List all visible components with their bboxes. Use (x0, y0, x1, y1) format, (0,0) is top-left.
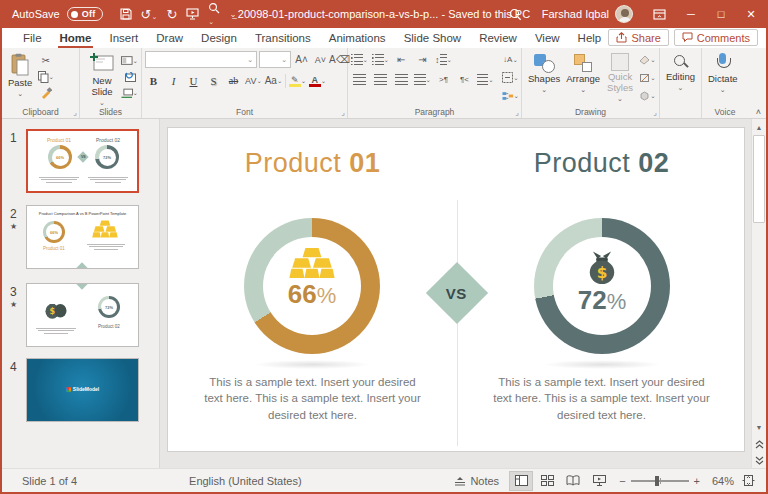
new-slide-button[interactable]: New Slide ⌄ (83, 51, 121, 109)
product-1-body-text[interactable]: This is a sample text. Insert your desir… (201, 374, 425, 423)
decrease-font-size-icon[interactable]: A˅ (312, 52, 329, 67)
ribbon-display-options-icon[interactable] (643, 0, 676, 28)
paste-button[interactable]: Paste ⌄ (5, 51, 35, 100)
convert-to-smartart-button[interactable]: ⌄ (502, 88, 519, 103)
zoom-slider[interactable] (631, 480, 689, 482)
align-right-icon[interactable] (393, 72, 410, 87)
tab-home[interactable]: Home (51, 28, 101, 48)
tab-view[interactable]: View (526, 28, 569, 48)
filename[interactable]: 20098-01-product-comparison-a-vs-b-p... (238, 8, 439, 20)
slide-canvas[interactable]: Product 01 (167, 127, 745, 452)
collapse-ribbon-icon[interactable]: ˄ (756, 107, 761, 117)
maximize-button[interactable]: □ (706, 0, 736, 28)
scroll-up-icon[interactable]: ▲ (752, 120, 766, 134)
scroll-down-icon[interactable]: ▼ (752, 420, 766, 434)
thumbnail-slide-3[interactable]: $ 72% Product 02 (26, 283, 139, 347)
italic-button[interactable]: I (165, 73, 182, 88)
product-2-body-text[interactable]: This is a sample text. Insert your desir… (490, 374, 714, 423)
vertical-scrollbar[interactable]: ▲ ▼ (751, 119, 766, 468)
quick-styles-button[interactable]: Quick Styles ⌄ (603, 51, 637, 105)
font-size-combobox[interactable]: ⌄ (259, 51, 291, 68)
rtl-text-direction-icon[interactable]: ¶< (456, 72, 473, 87)
product-1-donut-chart[interactable]: 66% (244, 218, 380, 354)
thumbnail-slide-4[interactable]: SlideModel (26, 358, 139, 422)
decrease-indent-icon[interactable]: ⇤ (393, 52, 410, 67)
text-shadow-button[interactable]: S (205, 73, 222, 88)
columns-button[interactable]: ⌄ (477, 72, 494, 87)
start-slideshow-icon[interactable] (186, 8, 199, 20)
save-icon[interactable] (120, 8, 132, 20)
change-case-button[interactable]: Aa⌄ (265, 73, 282, 88)
increase-indent-icon[interactable]: ⇥ (414, 52, 431, 67)
tab-review[interactable]: Review (470, 28, 526, 48)
scrollbar-thumb[interactable] (753, 135, 765, 223)
next-slide-icon[interactable] (752, 453, 766, 467)
normal-view-button[interactable] (509, 471, 533, 491)
tab-insert[interactable]: Insert (100, 28, 147, 48)
zoom-slider-thumb[interactable] (655, 476, 659, 486)
customize-qat-icon[interactable]: ⌄̲ (229, 9, 237, 19)
underline-button[interactable]: U (185, 73, 202, 88)
reset-slide-icon[interactable] (121, 69, 138, 84)
undo-icon[interactable]: ↺⌄ (141, 8, 158, 21)
shape-effects-button[interactable]: ⌄ (639, 88, 656, 103)
thumbnail-slide-2[interactable]: Product Comparison A vs B PowerPoint Tem… (26, 205, 139, 269)
format-painter-icon[interactable] (37, 85, 54, 100)
product-1-title[interactable]: Product 01 (168, 148, 457, 179)
increase-font-size-icon[interactable]: A˄ (293, 52, 310, 67)
fit-slide-to-window-icon[interactable] (736, 471, 760, 491)
justify-button[interactable]: ⌄ (414, 72, 431, 87)
user-name[interactable]: Farshad Iqbal (532, 0, 613, 28)
comments-button[interactable]: Comments (674, 29, 758, 46)
previous-slide-icon[interactable] (752, 437, 766, 451)
line-spacing-button[interactable]: ↕⌄ (435, 52, 452, 67)
tab-animations[interactable]: Animations (320, 28, 395, 48)
bold-button[interactable]: B (145, 73, 162, 88)
tab-design[interactable]: Design (192, 28, 246, 48)
slide-sorter-view-button[interactable] (535, 471, 559, 491)
tab-transitions[interactable]: Transitions (246, 28, 320, 48)
drawing-dialog-launcher[interactable]: ⌟ (653, 109, 657, 117)
notes-toggle[interactable]: Notes (446, 471, 507, 491)
language-status[interactable]: English (United States) (189, 475, 302, 487)
thumbnail-slide-1[interactable]: Product 01 Product 02 66% 72% VS (26, 129, 139, 193)
text-direction-button[interactable]: ↓A⌄ (502, 52, 519, 67)
copy-icon[interactable]: ⌄ (37, 69, 54, 84)
tab-file[interactable]: File (14, 28, 51, 48)
slideshow-view-button[interactable] (587, 471, 611, 491)
align-text-button[interactable]: ⌄ (502, 70, 519, 85)
tab-slide-show[interactable]: Slide Show (395, 28, 471, 48)
highlight-color-button[interactable]: ✎ ⌄ (289, 73, 306, 88)
font-color-button[interactable]: A ⌄ (309, 73, 326, 88)
saved-status[interactable]: - Saved to this PC (441, 8, 530, 20)
user-avatar[interactable] (613, 0, 643, 28)
section-icon[interactable]: ⌄ (121, 85, 138, 100)
arrange-button[interactable]: Arrange ⌄ (563, 51, 603, 96)
editing-button[interactable]: Editing ⌄ (663, 51, 698, 94)
font-dialog-launcher[interactable]: ⌟ (341, 109, 345, 117)
shape-fill-button[interactable]: ⌄ (639, 52, 656, 67)
zoom-in-icon[interactable]: + (694, 475, 700, 487)
align-center-icon[interactable] (372, 72, 389, 87)
numbering-button[interactable]: ⌄ (372, 52, 389, 67)
character-spacing-button[interactable]: AV⌄ (245, 73, 262, 88)
share-button[interactable]: Share (608, 29, 668, 46)
minimize-button[interactable]: ─ (676, 0, 706, 28)
paragraph-dialog-launcher[interactable]: ⌟ (515, 109, 519, 117)
tab-draw[interactable]: Draw (147, 28, 192, 48)
slide-layout-icon[interactable]: ⌄ (121, 53, 138, 68)
font-name-combobox[interactable]: ⌄ (145, 51, 257, 68)
touch-mode-icon[interactable]: ⌄ (208, 2, 220, 26)
strikethrough-button[interactable]: ab (225, 73, 242, 88)
product-2-donut-chart[interactable]: $ 72% (534, 218, 670, 354)
shape-outline-button[interactable]: ⌄ (639, 70, 656, 85)
clear-formatting-icon[interactable]: A⌫ (331, 52, 348, 67)
autosave-toggle[interactable]: Off (67, 7, 103, 21)
align-left-icon[interactable] (351, 72, 368, 87)
redo-icon[interactable]: ↻ (166, 8, 177, 21)
reading-view-button[interactable] (561, 471, 585, 491)
tab-help[interactable]: Help (569, 28, 611, 48)
bullets-button[interactable]: ⌄ (351, 52, 368, 67)
slide-indicator[interactable]: Slide 1 of 4 (22, 475, 77, 487)
cut-icon[interactable]: ✂ (37, 53, 54, 68)
